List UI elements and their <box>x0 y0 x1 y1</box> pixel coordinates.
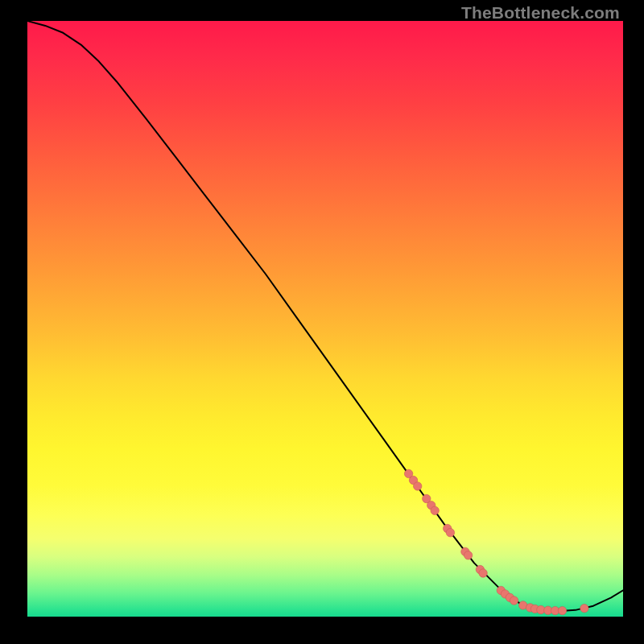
curve-path <box>27 21 623 611</box>
data-point <box>558 606 566 614</box>
plot-area <box>27 21 623 617</box>
watermark-text: TheBottleneck.com <box>461 3 620 23</box>
data-point <box>446 528 454 536</box>
bottleneck-curve <box>27 21 623 617</box>
data-point <box>479 569 487 577</box>
data-point <box>431 506 439 514</box>
data-point <box>580 604 588 612</box>
chart-container: TheBottleneck.com <box>0 0 644 644</box>
data-point <box>510 597 518 605</box>
data-point <box>414 482 422 490</box>
data-point <box>464 551 472 559</box>
